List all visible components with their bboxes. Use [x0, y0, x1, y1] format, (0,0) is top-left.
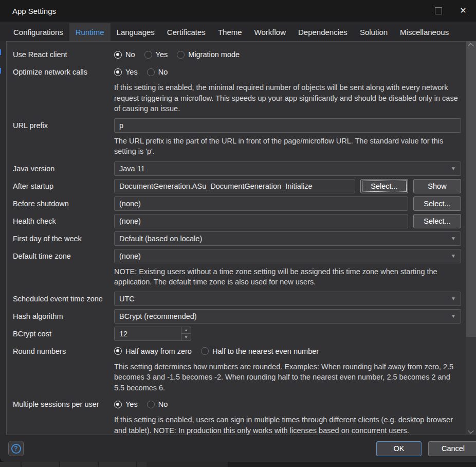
tab-certificates[interactable]: Certificates — [161, 24, 212, 41]
bcrypt-cost-stepper[interactable]: 12 ▲ ▼ — [114, 327, 191, 341]
background-accent-mark — [0, 49, 1, 55]
multiple-sessions-option-yes[interactable]: Yes — [114, 400, 138, 408]
chevron-down-icon: ▼ — [451, 313, 456, 319]
round-numbers-option-half-away[interactable]: Half away from zero — [114, 347, 192, 355]
tab-page-runtime: Use React client No Yes Migration mode — [0, 41, 476, 435]
default-time-zone-description: NOTE: Existing users without a time zone… — [114, 266, 461, 288]
row-java-version: Java version Java 11 ▼ — [13, 161, 461, 176]
background-table-cell — [147, 462, 228, 467]
after-startup-show-button[interactable]: Show — [413, 179, 461, 193]
scrollbar-thumb[interactable] — [466, 49, 476, 337]
tab-dependencies[interactable]: Dependencies — [292, 24, 354, 41]
row-health-check: Health check (none) Select... — [13, 214, 461, 228]
tab-workflow[interactable]: Workflow — [248, 24, 292, 41]
row-default-time-zone: Default time zone (none) ▼ — [13, 249, 461, 263]
scroll-down-button[interactable] — [466, 427, 476, 435]
use-react-client-label: Use React client — [13, 50, 114, 59]
after-startup-select-button[interactable]: Select... — [360, 179, 408, 193]
before-shutdown-input[interactable]: (none) — [114, 196, 408, 211]
dialog-footer: ? OK Cancel — [0, 435, 476, 462]
round-numbers-option-half-even[interactable]: Half to the nearest even number — [201, 347, 319, 355]
scheduled-event-time-zone-value: UTC — [119, 295, 135, 303]
optimize-network-calls-option-no[interactable]: No — [147, 68, 168, 76]
row-before-shutdown: Before shutdown (none) Select... — [13, 196, 461, 211]
tab-configurations[interactable]: Configurations — [7, 24, 69, 41]
close-button[interactable]: ✕ — [455, 3, 471, 19]
radio-selected-icon — [114, 68, 122, 76]
radio-icon — [177, 51, 185, 59]
url-prefix-label: URL prefix — [13, 121, 114, 130]
radio-icon — [201, 347, 209, 355]
tab-theme[interactable]: Theme — [212, 24, 248, 41]
row-optimize-network-calls: Optimize network calls Yes No — [13, 65, 461, 79]
close-icon: ✕ — [460, 7, 466, 15]
java-version-value: Java 11 — [119, 165, 145, 173]
row-after-startup: After startup DocumentGeneration.ASu_Doc… — [13, 179, 461, 193]
spin-down-icon: ▼ — [185, 335, 188, 339]
row-first-day-of-week: First day of the week Default (based on … — [13, 231, 461, 246]
maximize-button[interactable] — [431, 3, 446, 19]
tab-languages[interactable]: Languages — [111, 24, 161, 41]
multiple-sessions-option-no[interactable]: No — [147, 400, 168, 408]
after-startup-label: After startup — [13, 182, 114, 190]
bcrypt-cost-value[interactable]: 12 — [115, 327, 181, 340]
help-icon: ? — [11, 444, 21, 454]
radio-selected-icon — [114, 347, 122, 355]
after-startup-input[interactable]: DocumentGeneration.ASu_DocumentGeneratio… — [114, 179, 355, 193]
spin-up-icon: ▲ — [185, 328, 188, 332]
chevron-down-icon: ▼ — [451, 236, 456, 241]
hash-algorithm-label: Hash algorithm — [13, 312, 114, 320]
tab-miscellaneous[interactable]: Miscellaneous — [394, 24, 455, 41]
window-title: App Settings — [12, 7, 431, 15]
chevron-up-icon — [468, 43, 473, 48]
scroll-up-button[interactable] — [466, 41, 476, 49]
background-accent-mark — [0, 68, 1, 74]
chevron-down-icon — [468, 427, 473, 433]
tab-bar: Configurations Runtime Languages Certifi… — [0, 22, 476, 41]
default-time-zone-value: (none) — [119, 252, 141, 260]
java-version-dropdown[interactable]: Java 11 ▼ — [114, 161, 461, 176]
tab-runtime[interactable]: Runtime — [69, 23, 111, 41]
help-button[interactable]: ? — [8, 441, 24, 456]
runtime-settings-form: Use React client No Yes Migration mode — [6, 41, 466, 435]
row-url-prefix: URL prefix p — [13, 118, 461, 133]
radio-icon — [147, 68, 155, 76]
cancel-button[interactable]: Cancel — [428, 441, 476, 456]
use-react-client-option-yes[interactable]: Yes — [144, 50, 168, 59]
use-react-client-option-no[interactable]: No — [114, 50, 135, 59]
scheduled-event-time-zone-label: Scheduled event time zone — [13, 295, 114, 303]
health-check-select-button[interactable]: Select... — [413, 214, 461, 228]
first-day-of-week-dropdown[interactable]: Default (based on locale) ▼ — [114, 231, 461, 246]
url-prefix-input[interactable]: p — [114, 118, 461, 133]
default-time-zone-dropdown[interactable]: (none) ▼ — [114, 249, 461, 263]
multiple-sessions-label: Multiple sessions per user — [13, 400, 114, 408]
before-shutdown-label: Before shutdown — [13, 200, 114, 208]
row-use-react-client: Use React client No Yes Migration mode — [13, 47, 461, 62]
multiple-sessions-description: If this setting is enabled, users can si… — [114, 415, 461, 435]
optimize-network-calls-description: If this setting is enabled, the minimal … — [114, 82, 461, 114]
hash-algorithm-dropdown[interactable]: BCrypt (recommended) ▼ — [114, 309, 461, 324]
url-prefix-description: The URL prefix is the part of the URL in… — [114, 136, 461, 157]
tab-solution[interactable]: Solution — [354, 24, 394, 41]
scheduled-event-time-zone-dropdown[interactable]: UTC ▼ — [114, 292, 461, 306]
health-check-label: Health check — [13, 217, 114, 225]
health-check-input[interactable]: (none) — [114, 214, 408, 228]
background-window-strip — [0, 462, 476, 467]
spin-up-button[interactable]: ▲ — [181, 327, 191, 334]
spin-down-button[interactable]: ▼ — [181, 334, 191, 340]
row-hash-algorithm: Hash algorithm BCrypt (recommended) ▼ — [13, 309, 461, 324]
java-version-label: Java version — [13, 165, 114, 173]
use-react-client-option-migration[interactable]: Migration mode — [177, 50, 240, 59]
hash-algorithm-value: BCrypt (recommended) — [119, 312, 197, 320]
row-multiple-sessions: Multiple sessions per user Yes No — [13, 397, 461, 411]
vertical-scrollbar[interactable] — [466, 41, 476, 435]
maximize-icon — [435, 7, 442, 14]
first-day-of-week-value: Default (based on locale) — [119, 235, 202, 243]
optimize-network-calls-label: Optimize network calls — [13, 68, 114, 76]
before-shutdown-select-button[interactable]: Select... — [413, 196, 461, 211]
ok-button[interactable]: OK — [376, 441, 422, 456]
optimize-network-calls-option-yes[interactable]: Yes — [114, 68, 138, 76]
title-bar: App Settings ✕ — [0, 0, 476, 22]
radio-selected-icon — [114, 51, 122, 59]
first-day-of-week-label: First day of the week — [13, 235, 114, 243]
